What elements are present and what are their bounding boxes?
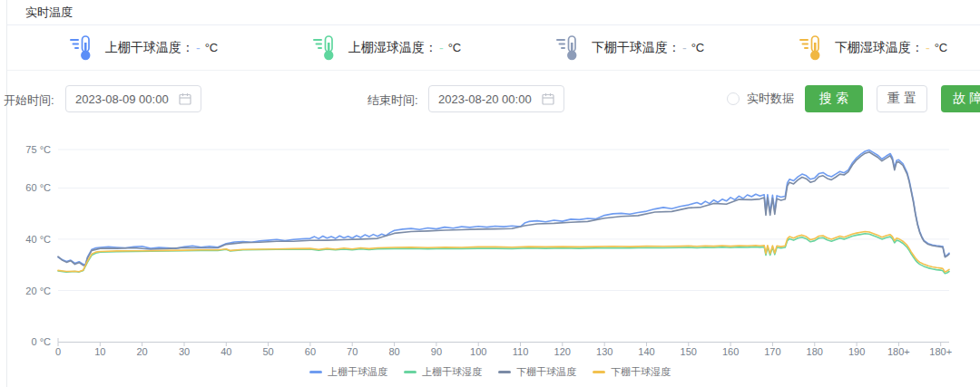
card-value: - — [196, 41, 201, 55]
start-time-input[interactable]: 2023-08-09 00:00 — [65, 85, 201, 112]
legend-item[interactable]: 上棚干球温度 — [309, 365, 387, 379]
calendar-icon — [179, 92, 191, 105]
start-time-label: 开始时间: — [4, 92, 54, 109]
legend-dash-icon — [593, 371, 605, 373]
x-axis-label: 90 — [431, 346, 442, 357]
card-unit: °C — [205, 41, 219, 54]
thermometer-icon — [555, 34, 580, 62]
x-axis-label: 30 — [179, 346, 190, 357]
thermometer-icon — [69, 34, 93, 62]
card-lower-wet-bulb: 下棚湿球温度： - °C — [737, 25, 980, 70]
x-axis-label: 40 — [220, 346, 231, 357]
realtime-data-radio[interactable]: 实时数据 — [727, 85, 794, 112]
x-axis-label: 180+ — [929, 346, 952, 357]
card-value: - — [926, 41, 930, 55]
legend-item[interactable]: 下棚干球湿度 — [593, 365, 671, 379]
legend-item[interactable]: 下棚干球温度 — [498, 365, 576, 379]
x-axis-label: 130 — [596, 346, 612, 357]
x-axis-label: 120 — [554, 346, 571, 357]
card-label: 下棚干球温度： — [592, 40, 681, 56]
legend-label: 上棚干球湿度 — [422, 365, 482, 379]
thermometer-icon — [312, 34, 337, 62]
card-upper-wet-bulb: 上棚湿球温度： - °C — [250, 25, 494, 70]
legend-label: 上棚干球温度 — [328, 365, 387, 379]
x-axis-label: 150 — [681, 346, 697, 357]
x-axis-label: 50 — [262, 346, 273, 357]
end-time-label: 结束时间: — [368, 92, 418, 109]
x-axis-label: 20 — [136, 346, 147, 357]
calendar-icon — [542, 92, 554, 105]
legend-item[interactable]: 上棚干球湿度 — [404, 365, 482, 379]
temperature-chart[interactable]: 0 °C20 °C40 °C60 °C75 °C0102030405060708… — [0, 118, 980, 359]
legend-label: 下棚干球湿度 — [611, 365, 671, 379]
y-axis-label: 40 °C — [25, 234, 51, 245]
legend-dash-icon — [309, 371, 322, 373]
card-value: - — [439, 41, 444, 55]
end-time-input[interactable]: 2023-08-20 00:00 — [428, 85, 564, 112]
chart-canvas[interactable]: 0 °C20 °C40 °C60 °C75 °C0102030405060708… — [0, 118, 980, 359]
x-axis-label: 10 — [94, 346, 105, 357]
y-axis-label: 0 °C — [31, 336, 51, 347]
card-label: 上棚干球温度： — [105, 40, 194, 56]
search-button[interactable]: 搜索 — [805, 85, 863, 112]
start-time-value: 2023-08-09 00:00 — [75, 92, 169, 106]
legend-label: 下棚干球温度 — [516, 365, 576, 379]
card-unit: °C — [448, 41, 462, 54]
x-axis-label: 0 — [55, 346, 61, 357]
page-title: 实时温度 — [25, 5, 73, 21]
card-label: 下棚湿球温度： — [835, 40, 924, 56]
chart-legend: 上棚干球温度上棚干球湿度下棚干球温度下棚干球湿度 — [0, 365, 980, 379]
card-unit: °C — [691, 41, 705, 54]
x-axis-label: 100 — [470, 346, 486, 357]
x-axis-label: 60 — [305, 346, 316, 357]
y-axis-label: 20 °C — [25, 285, 51, 296]
legend-dash-icon — [404, 371, 416, 373]
card-lower-dry-bulb: 下棚干球温度： - °C — [494, 25, 737, 70]
card-label: 上棚湿球温度： — [348, 40, 437, 56]
end-time-value: 2023-08-20 00:00 — [438, 92, 532, 106]
card-upper-dry-bulb: 上棚干球温度： - °C — [7, 25, 250, 70]
realtime-cards: 上棚干球温度： - °C 上棚湿球温度： - °C — [7, 25, 980, 71]
x-axis-label: 180 — [807, 346, 823, 357]
x-axis-label: 110 — [513, 346, 529, 357]
x-axis-label: 160 — [722, 346, 739, 357]
fault-button[interactable]: 故障 — [941, 85, 980, 112]
series-line[interactable] — [58, 232, 949, 273]
reset-button[interactable]: 重置 — [877, 85, 927, 112]
thermometer-icon — [799, 34, 823, 62]
card-unit: °C — [935, 41, 948, 54]
y-axis-label: 60 °C — [25, 182, 51, 193]
realtime-data-label: 实时数据 — [747, 91, 794, 107]
y-axis-label: 75 °C — [25, 144, 51, 155]
card-value: - — [682, 41, 687, 55]
x-axis-label: 180+ — [887, 346, 910, 357]
x-axis-label: 170 — [764, 346, 780, 357]
legend-dash-icon — [498, 371, 511, 373]
filter-bar: 开始时间: 2023-08-09 00:00 结束时间: 2023-08-20 … — [0, 85, 980, 112]
x-axis-label: 70 — [347, 346, 358, 357]
x-axis-label: 190 — [848, 346, 865, 357]
radio-circle-icon[interactable] — [727, 92, 740, 105]
section-header: 实时温度 — [7, 0, 980, 25]
realtime-temperature-panel: 实时温度 上棚干球温度： - °C — [0, 0, 980, 387]
x-axis-label: 80 — [388, 346, 399, 357]
x-axis-label: 140 — [638, 346, 654, 357]
